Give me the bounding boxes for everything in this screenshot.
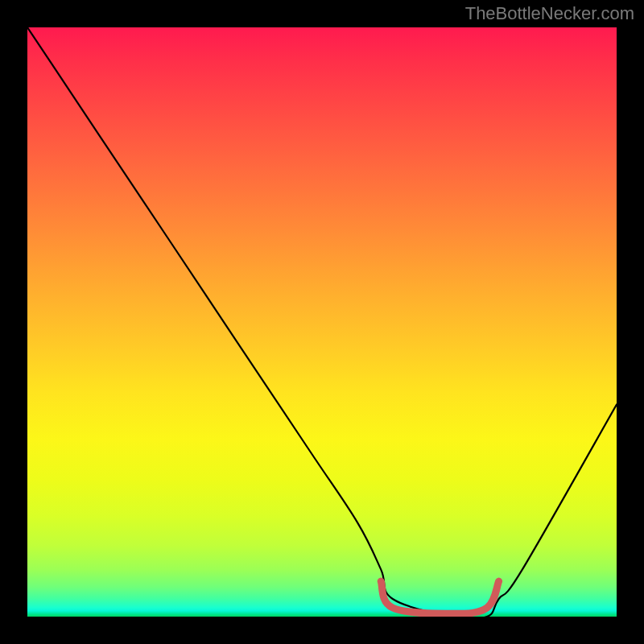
curve-main xyxy=(27,27,617,617)
curve-valley-highlight xyxy=(381,581,498,613)
chart-plot-area xyxy=(27,27,617,617)
chart-svg xyxy=(27,27,617,617)
watermark-text: TheBottleNecker.com xyxy=(465,3,634,24)
